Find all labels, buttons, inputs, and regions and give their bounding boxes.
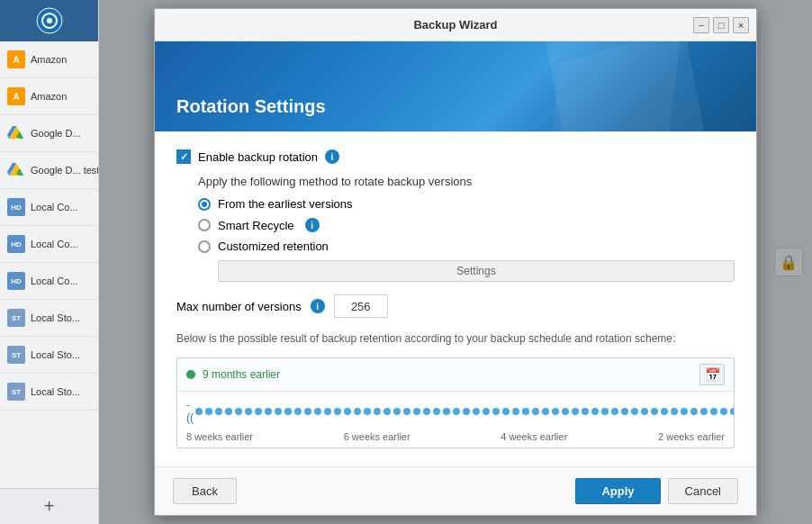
sidebar-item-label: Amazon xyxy=(31,91,67,102)
titlebar-buttons: − □ × xyxy=(693,17,749,33)
t-dot xyxy=(403,408,411,415)
t-dot xyxy=(671,408,678,415)
timeline-line: -(( xyxy=(186,399,725,424)
t-dot xyxy=(383,408,391,415)
t-dot xyxy=(195,408,203,415)
t-dot xyxy=(651,408,658,415)
dialog-titlebar: Backup Wizard − □ × xyxy=(155,9,756,41)
t-dot xyxy=(690,408,698,415)
t-dot xyxy=(601,408,609,415)
sidebar-item-label: Local Co... xyxy=(31,202,78,212)
max-versions-label: Max number of versions xyxy=(176,300,302,313)
sidebar-item-amazon2[interactable]: A Amazon xyxy=(0,78,98,115)
sidebar-item-label: Local Co... xyxy=(31,239,78,249)
t-dot xyxy=(611,408,618,415)
smart-recycle-info-icon[interactable]: i xyxy=(305,218,320,232)
radio-earliest-versions[interactable] xyxy=(198,198,211,211)
t-dot xyxy=(700,408,708,415)
sidebar-item-label: Local Co... xyxy=(31,276,78,286)
t-dot xyxy=(681,408,688,415)
t-dot xyxy=(275,408,282,415)
t-dot xyxy=(661,408,668,415)
timeline-label-2: 6 weeks earlier xyxy=(344,431,411,442)
timeline-container: 9 months earlier 📅 -(( xyxy=(176,357,735,448)
footer-right: Apply Cancel xyxy=(575,478,738,504)
google-drive-icon xyxy=(7,124,25,142)
timeline-start-arrow: -(( xyxy=(186,399,194,424)
max-versions-input[interactable] xyxy=(334,294,388,318)
sidebar: A Amazon A Amazon Google D... xyxy=(0,0,99,524)
timeline-header: 9 months earlier 📅 xyxy=(177,358,734,392)
amazon-icon2: A xyxy=(7,87,25,105)
t-dot xyxy=(710,408,717,415)
max-versions-row: Max number of versions i xyxy=(176,294,735,318)
sidebar-item-storage2[interactable]: ST Local Sto... xyxy=(0,337,98,374)
t-dot xyxy=(552,408,559,415)
t-dot xyxy=(621,408,628,415)
t-dot xyxy=(463,408,470,415)
local-backup-icon: HD xyxy=(7,198,25,216)
t-dot xyxy=(413,408,420,415)
radio-smart-label: Smart Recycle xyxy=(218,219,294,232)
t-dot xyxy=(393,408,401,415)
timeline-label-1: 8 weeks earlier xyxy=(186,431,253,442)
sidebar-item-google2[interactable]: Google D... test xyxy=(0,152,98,189)
amazon-icon: A xyxy=(7,50,25,68)
apply-button[interactable]: Apply xyxy=(575,478,660,504)
t-dot xyxy=(542,408,549,415)
t-dot xyxy=(225,408,232,415)
cancel-button[interactable]: Cancel xyxy=(668,478,738,504)
timeline-dot xyxy=(186,370,195,379)
t-dot xyxy=(344,408,351,415)
storage-icon2: ST xyxy=(7,346,25,364)
back-button[interactable]: Back xyxy=(173,478,237,504)
t-dot xyxy=(502,408,510,415)
sidebar-item-local1[interactable]: HD Local Co... xyxy=(0,189,98,226)
sidebar-item-storage1[interactable]: ST Local Sto... xyxy=(0,300,98,337)
maximize-button[interactable]: □ xyxy=(713,17,729,33)
banner-title: Rotation Settings xyxy=(176,96,326,117)
t-dot xyxy=(433,408,440,415)
radio-smart-recycle[interactable] xyxy=(198,219,211,231)
sidebar-item-amazon1[interactable]: A Amazon xyxy=(0,41,98,78)
sidebar-item-local3[interactable]: HD Local Co... xyxy=(0,263,98,300)
radio-row-smart: Smart Recycle i xyxy=(198,218,735,232)
dialog-banner: Rotation Settings xyxy=(155,41,756,131)
calendar-icon-button[interactable]: 📅 xyxy=(699,364,725,385)
add-backup-button[interactable]: + xyxy=(0,488,98,524)
close-button[interactable]: × xyxy=(733,17,749,33)
t-dot xyxy=(492,408,500,415)
enable-rotation-info-icon[interactable]: i xyxy=(325,149,339,164)
settings-button[interactable]: Settings xyxy=(218,260,735,282)
t-dot xyxy=(483,408,490,415)
t-dot xyxy=(591,408,599,415)
sidebar-item-label: Local Sto... xyxy=(31,386,80,397)
local-backup-icon2: HD xyxy=(7,235,25,253)
rotation-method-radio-group: From the earliest versions Smart Recycle… xyxy=(198,197,735,282)
t-dot xyxy=(532,408,539,415)
minimize-button[interactable]: − xyxy=(693,17,709,33)
enable-rotation-row: Enable backup rotation i xyxy=(176,149,735,164)
sidebar-item-local2[interactable]: HD Local Co... xyxy=(0,226,98,263)
radio-customized-retention[interactable] xyxy=(198,240,211,253)
timeline-label-4: 2 weeks earlier xyxy=(658,431,725,442)
dialog-title: Backup Wizard xyxy=(413,18,497,32)
timeline-track: -(( xyxy=(177,392,734,431)
sidebar-header xyxy=(0,0,98,41)
sidebar-item-storage3[interactable]: ST Local Sto... xyxy=(0,374,98,411)
timeline-labels: 8 weeks earlier 6 weeks earlier 4 weeks … xyxy=(177,431,734,447)
enable-rotation-checkbox[interactable] xyxy=(176,149,191,164)
sidebar-item-label: Local Sto... xyxy=(31,349,80,360)
local-backup-icon3: HD xyxy=(7,272,25,290)
t-dot xyxy=(205,408,212,415)
sidebar-item-google1[interactable]: Google D... xyxy=(0,115,98,152)
google-drive-icon2 xyxy=(7,161,25,179)
t-dot xyxy=(265,408,272,415)
t-dot xyxy=(522,408,529,415)
t-dot xyxy=(720,408,727,415)
max-versions-info-icon[interactable]: i xyxy=(311,299,325,313)
backup-wizard-dialog: Backup Wizard − □ × Rotation Settings xyxy=(154,8,757,516)
timeline-label-3: 4 weeks earlier xyxy=(501,431,567,442)
t-dot xyxy=(235,408,242,415)
t-dot xyxy=(631,408,638,415)
